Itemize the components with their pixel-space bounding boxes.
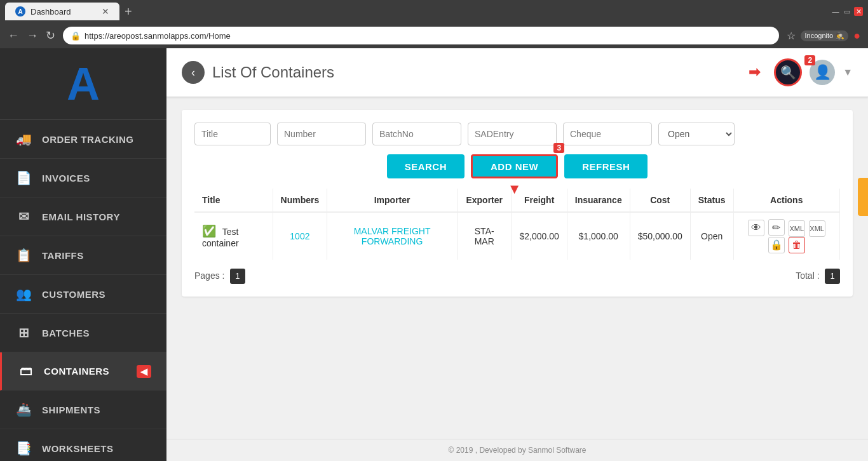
back-button[interactable]: ‹: [182, 61, 205, 84]
add-new-button[interactable]: ADD NEW: [471, 154, 558, 178]
cheque-input[interactable]: [563, 123, 652, 145]
back-nav-button[interactable]: ←: [8, 29, 19, 43]
truck-icon: 🚚: [15, 131, 33, 147]
sidebar-item-containers[interactable]: 🗃 CONTAINERS ◀: [0, 352, 166, 391]
cell-importer: MALVAR FREIGHT FORWARDING: [327, 212, 458, 260]
main-header: ‹ List Of Containers ➡ 🔍 2 👤 ▼: [166, 48, 868, 97]
star-icon[interactable]: ☆: [787, 30, 796, 42]
minimize-button[interactable]: —: [831, 7, 840, 16]
footer-text: © 2019 , Developed by Sanmol Software: [449, 446, 587, 455]
incognito-badge: Incognito 🕵: [801, 30, 848, 41]
sticky-tab[interactable]: [858, 178, 868, 216]
add-new-wrapper: 3 ADD NEW ▼: [471, 154, 558, 178]
status-select[interactable]: Open: [658, 123, 735, 145]
main-content: ‹ List Of Containers ➡ 🔍 2 👤 ▼: [166, 48, 868, 461]
filter-row: Open: [194, 123, 840, 145]
address-bar[interactable]: 🔒 https://areopost.sanmolapps.com/Home: [63, 27, 779, 44]
header-left: ‹ List Of Containers: [182, 61, 334, 84]
col-insuarance: Insuarance: [567, 189, 630, 212]
table-row: ✅ Test container 1002 MALVAR FREIGHT FOR…: [194, 212, 840, 260]
sadentry-input[interactable]: [468, 123, 557, 145]
col-actions: Actions: [733, 189, 839, 212]
profile-icon[interactable]: ●: [853, 29, 860, 43]
button-row: SEARCH 3 ADD NEW ▼ REFRESH: [194, 154, 840, 178]
shipments-icon: 🚢: [15, 402, 33, 417]
tab-icon: A: [15, 6, 25, 17]
col-cost: Cost: [630, 189, 690, 212]
header-right: ➡ 🔍 2 👤 ▼: [774, 58, 853, 86]
search-badge: 2: [804, 55, 815, 65]
tab-title: Dashboard: [31, 7, 71, 17]
containers-icon: 🗃: [17, 364, 35, 378]
view-icon[interactable]: 👁: [748, 220, 764, 236]
invoice-icon: 📄: [15, 170, 33, 185]
incognito-label: Incognito: [804, 32, 833, 39]
sidebar-navigation: 🚚 ORDER TRACKING 📄 INVOICES ✉ EMAIL HIST…: [0, 120, 166, 461]
total-count: 1: [825, 269, 840, 284]
cell-title: ✅ Test container: [194, 212, 273, 260]
reload-button[interactable]: ↻: [46, 29, 55, 43]
sidebar-item-label: BATCHES: [42, 328, 90, 338]
current-page[interactable]: 1: [230, 269, 245, 284]
cell-numbers: 1002: [273, 212, 327, 260]
containers-arrow-indicator: ◀: [137, 365, 152, 378]
batches-icon: ⊞: [15, 325, 33, 340]
xml-icon[interactable]: XML: [789, 220, 805, 237]
sidebar-item-label: ORDER TRACKING: [42, 134, 134, 145]
new-tab-button[interactable]: +: [125, 4, 132, 19]
title-input[interactable]: [194, 123, 271, 145]
col-importer: Importer: [327, 189, 458, 212]
forward-nav-button[interactable]: →: [27, 29, 38, 43]
maximize-button[interactable]: ▭: [843, 7, 851, 16]
tariffs-icon: 📋: [15, 248, 33, 263]
back-arrow-icon: ‹: [191, 66, 195, 79]
col-exporter: Exporter: [457, 189, 512, 212]
sidebar-item-email-history[interactable]: ✉ EMAIL HISTORY: [0, 197, 166, 236]
delete-icon[interactable]: 🗑: [789, 237, 805, 253]
cell-status: Open: [690, 212, 733, 260]
incognito-icon: 🕵: [836, 32, 844, 40]
containers-table: Title Numbers Importer Exporter Freight …: [194, 189, 840, 260]
cell-cost: $50,000.00: [630, 212, 690, 260]
sidebar-item-label: TARIFFS: [42, 250, 84, 261]
batchno-input[interactable]: [372, 123, 461, 145]
lock-icon: 🔒: [71, 31, 81, 41]
refresh-button[interactable]: REFRESH: [564, 154, 648, 178]
col-numbers: Numbers: [273, 189, 327, 212]
number-input[interactable]: [277, 123, 366, 145]
sidebar-item-invoices[interactable]: 📄 INVOICES: [0, 159, 166, 197]
sidebar-item-label: EMAIL HISTORY: [42, 211, 120, 222]
search-icon: 🔍: [780, 65, 796, 80]
xml2-icon[interactable]: XML: [809, 220, 825, 237]
browser-tab[interactable]: A Dashboard ✕: [5, 3, 119, 20]
search-arrow-indicator: ➡: [749, 64, 760, 81]
avatar-icon: 👤: [814, 64, 831, 81]
search-button[interactable]: SEARCH: [387, 154, 465, 178]
sidebar-item-shipments[interactable]: 🚢 SHIPMENTS: [0, 391, 166, 429]
search-button[interactable]: 🔍 2: [774, 58, 802, 86]
sidebar-item-batches[interactable]: ⊞ BATCHES: [0, 314, 166, 352]
sidebar-item-label: INVOICES: [42, 173, 90, 184]
sidebar-item-worksheets[interactable]: 📑 WORKSHEETS: [0, 429, 166, 461]
page-title: List Of Containers: [212, 63, 334, 81]
sidebar: A 🚚 ORDER TRACKING 📄 INVOICES ✉ EMAIL HI…: [0, 48, 166, 461]
edit-icon[interactable]: ✏: [768, 219, 785, 236]
sidebar-item-label: CONTAINERS: [44, 366, 109, 377]
lock-action-icon[interactable]: 🔒: [768, 237, 785, 253]
sidebar-item-order-tracking[interactable]: 🚚 ORDER TRACKING: [0, 120, 166, 159]
sidebar-item-customers[interactable]: 👥 CUSTOMERS: [0, 275, 166, 314]
cell-insuarance: $1,000.00: [567, 212, 630, 260]
worksheets-icon: 📑: [15, 441, 33, 456]
tab-close-button[interactable]: ✕: [102, 6, 109, 17]
col-title: Title: [194, 189, 273, 212]
content-card: Open SEARCH 3 ADD NEW ▼ REFRESH: [182, 110, 853, 297]
cell-actions: 👁 ✏ XML XML 🔒 🗑: [733, 212, 839, 260]
sidebar-item-tariffs[interactable]: 📋 TARIFFS: [0, 236, 166, 275]
sidebar-item-label: CUSTOMERS: [42, 289, 105, 300]
close-button[interactable]: ✕: [854, 7, 863, 16]
user-dropdown-button[interactable]: ▼: [843, 67, 853, 78]
add-new-arrow-indicator: ▼: [508, 181, 522, 197]
importer-link[interactable]: MALVAR FREIGHT FORWARDING: [354, 226, 431, 246]
url-display: https://areopost.sanmolapps.com/Home: [85, 31, 231, 41]
numbers-link[interactable]: 1002: [290, 231, 309, 241]
